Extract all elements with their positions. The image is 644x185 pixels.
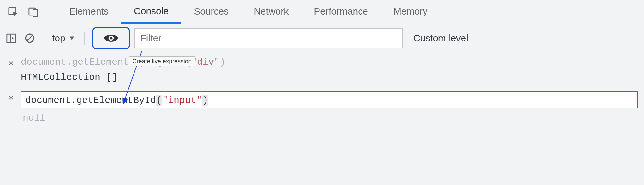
live-expressions-area: ✕ document.getElementsByTagName("div") H…: [0, 52, 644, 130]
clear-console-icon[interactable]: [23, 31, 37, 45]
svg-line-5: [27, 35, 33, 41]
devtools-tabs: Elements Console Sources Network Perform…: [0, 0, 644, 24]
divider: [51, 6, 51, 18]
live-expression-result: HTMLCollection []: [21, 72, 638, 83]
live-expression-row: ✕ document.getElementsByTagName("div") H…: [0, 52, 644, 87]
live-expression-row: ✕ document.getElementById("input"): [0, 87, 644, 110]
tab-memory[interactable]: Memory: [381, 0, 440, 24]
divider: [43, 32, 43, 45]
create-live-expression-button[interactable]: [92, 27, 130, 49]
svg-rect-3: [7, 34, 16, 42]
svg-rect-2: [33, 9, 38, 16]
tooltip: Create live expression: [129, 56, 195, 66]
divider: [84, 32, 85, 45]
tab-performance[interactable]: Performance: [301, 0, 381, 24]
console-toolbar: top ▼ Custom level: [0, 24, 644, 52]
live-expression-editor[interactable]: document.getElementById("input"): [21, 91, 638, 108]
svg-point-7: [110, 37, 112, 39]
console-filter-input[interactable]: [134, 28, 403, 48]
device-toggle-icon[interactable]: [27, 5, 40, 19]
live-expression-code[interactable]: document.getElementsByTagName("div"): [21, 57, 638, 68]
close-icon[interactable]: ✕: [6, 57, 16, 68]
close-icon[interactable]: ✕: [6, 91, 16, 103]
tab-network[interactable]: Network: [241, 0, 301, 24]
execution-context-label: top: [52, 33, 65, 44]
live-expression-result: null: [0, 110, 644, 130]
tab-elements[interactable]: Elements: [57, 0, 121, 24]
chevron-down-icon: ▼: [69, 34, 75, 42]
tab-sources[interactable]: Sources: [181, 0, 241, 24]
tab-console[interactable]: Console: [121, 0, 181, 24]
inspect-element-icon[interactable]: [6, 5, 20, 19]
tabs-leading-icons: [4, 5, 57, 19]
console-sidebar-toggle-icon[interactable]: [4, 31, 18, 45]
log-levels-selector[interactable]: Custom level: [414, 33, 468, 44]
execution-context-selector[interactable]: top ▼: [50, 33, 78, 44]
